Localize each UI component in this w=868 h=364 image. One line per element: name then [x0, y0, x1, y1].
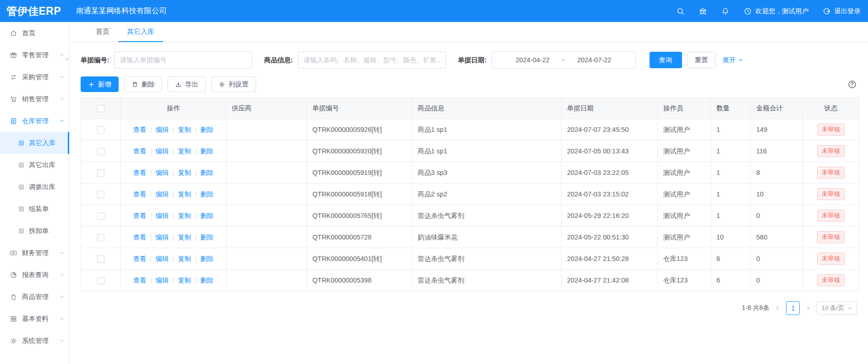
row-checkbox[interactable]: [97, 169, 104, 177]
sidebar-item-other-inbound[interactable]: 其它入库: [0, 132, 69, 154]
status-badge: 未审核: [817, 188, 845, 200]
table-row: 查看编辑复制删除 QTRK00000005765[转] 雷达杀虫气雾剂 2024…: [81, 205, 859, 227]
row-checkbox[interactable]: [97, 277, 104, 284]
data-table: 操作 供应商 单据编号 商品信息 单据日期 操作员 数量 金额合计 状态: [81, 98, 859, 291]
copy-link[interactable]: 复制: [169, 126, 191, 133]
sidebar-item-home[interactable]: 首页: [0, 22, 69, 44]
sidebar-item-purchase[interactable]: 采购管理: [0, 66, 69, 88]
reset-button[interactable]: 重置: [688, 52, 715, 68]
copy-link[interactable]: 复制: [169, 212, 191, 219]
row-checkbox[interactable]: [97, 234, 104, 241]
bank-icon[interactable]: [699, 7, 707, 16]
sidebar-item-disassembly[interactable]: 拆卸单: [0, 220, 69, 242]
add-label: 新增: [98, 80, 111, 89]
header-date: 单据日期: [562, 98, 658, 119]
add-button[interactable]: 新增: [81, 76, 119, 92]
delete-link[interactable]: 删除: [191, 147, 213, 155]
column-settings-button[interactable]: 列设置: [211, 76, 256, 92]
view-link[interactable]: 查看: [133, 277, 147, 284]
edit-link[interactable]: 编辑: [147, 277, 169, 284]
bell-icon[interactable]: [721, 7, 730, 16]
sidebar-item-retail[interactable]: 零售管理: [0, 44, 69, 66]
delete-button[interactable]: 删除: [124, 76, 162, 92]
logout-button[interactable]: 退出登录: [822, 7, 861, 16]
view-link[interactable]: 查看: [133, 126, 147, 133]
view-link[interactable]: 查看: [133, 234, 147, 241]
copy-link[interactable]: 复制: [169, 169, 191, 176]
view-link[interactable]: 查看: [133, 255, 147, 262]
cart-icon: [10, 95, 17, 103]
delete-link[interactable]: 删除: [191, 234, 213, 241]
filter-bar: 单据编号: 商品信息: 单据日期: 2024-04-22 ~ 2024-07-2…: [81, 51, 857, 69]
table-row: 查看编辑复制删除 QTRK00000005728 奶油味爆米花 2024-05-…: [81, 227, 859, 248]
cell-qty: 6: [711, 270, 751, 291]
document-icon: [10, 117, 17, 125]
cell-date: 2024-07-05 00:13:43: [562, 141, 658, 162]
delete-link[interactable]: 删除: [191, 169, 213, 176]
expand-link[interactable]: 展开: [723, 56, 743, 65]
tab-home[interactable]: 首页: [87, 22, 118, 42]
sidebar-item-transfer-outbound[interactable]: 调拨出库: [0, 176, 69, 198]
edit-link[interactable]: 编辑: [147, 147, 169, 155]
copy-link[interactable]: 复制: [169, 147, 191, 155]
product-info-input[interactable]: [298, 51, 446, 69]
edit-link[interactable]: 编辑: [147, 255, 169, 262]
sidebar-item-label: 报表查询: [22, 271, 49, 279]
edit-link[interactable]: 编辑: [147, 234, 169, 241]
delete-link[interactable]: 删除: [191, 255, 213, 262]
copy-link[interactable]: 复制: [169, 277, 191, 284]
cell-qty: 1: [711, 119, 751, 141]
delete-link[interactable]: 删除: [191, 212, 213, 219]
welcome-text: 欢迎您，测试用户: [755, 7, 808, 16]
select-all-checkbox[interactable]: [97, 105, 104, 112]
row-checkbox[interactable]: [97, 126, 104, 134]
doc-no-input[interactable]: [114, 51, 252, 69]
view-link[interactable]: 查看: [133, 169, 147, 176]
sidebar-item-system[interactable]: 系统管理: [0, 330, 69, 352]
edit-link[interactable]: 编辑: [147, 212, 169, 219]
page-size-select[interactable]: 10 条/页: [817, 301, 857, 315]
row-checkbox[interactable]: [97, 191, 104, 198]
edit-link[interactable]: 编辑: [147, 169, 169, 176]
row-checkbox[interactable]: [97, 255, 104, 263]
sidebar-item-products[interactable]: 商品管理: [0, 286, 69, 308]
cell-date: 2024-05-22 00:51:30: [562, 227, 658, 248]
table-header-row: 操作 供应商 单据编号 商品信息 单据日期 操作员 数量 金额合计 状态: [81, 98, 859, 119]
sidebar-item-label: 首页: [22, 29, 35, 38]
chevron-down-icon: [59, 74, 65, 80]
date-end[interactable]: 2024-07-22: [577, 56, 611, 64]
edit-link[interactable]: 编辑: [147, 126, 169, 133]
view-link[interactable]: 查看: [133, 147, 147, 155]
copy-link[interactable]: 复制: [169, 190, 191, 198]
edit-link[interactable]: 编辑: [147, 190, 169, 198]
expand-label: 展开: [723, 56, 736, 65]
copy-link[interactable]: 复制: [169, 234, 191, 241]
date-start[interactable]: 2024-04-22: [516, 56, 550, 64]
tab-other-inbound[interactable]: 其它入库: [118, 22, 163, 42]
delete-link[interactable]: 删除: [191, 277, 213, 284]
sidebar-item-warehouse[interactable]: 仓库管理: [0, 110, 69, 132]
copy-link[interactable]: 复制: [169, 255, 191, 262]
row-checkbox[interactable]: [97, 148, 104, 155]
sidebar-collapse-handle[interactable]: «: [66, 56, 69, 62]
help-icon[interactable]: [847, 80, 857, 89]
row-checkbox[interactable]: [97, 212, 104, 220]
cell-amount: 0: [751, 205, 803, 227]
view-link[interactable]: 查看: [133, 190, 147, 198]
page-number[interactable]: 1: [786, 301, 800, 315]
view-link[interactable]: 查看: [133, 212, 147, 219]
export-button[interactable]: 导出: [168, 76, 206, 92]
search-icon[interactable]: [676, 7, 685, 16]
next-page-icon[interactable]: [805, 305, 811, 311]
sidebar-item-reports[interactable]: 报表查询: [0, 264, 69, 286]
sidebar-item-sales[interactable]: 销售管理: [0, 88, 69, 110]
delete-link[interactable]: 删除: [191, 190, 213, 198]
sidebar-item-finance[interactable]: 财务管理: [0, 242, 69, 264]
delete-link[interactable]: 删除: [191, 126, 213, 133]
search-button[interactable]: 查询: [650, 52, 682, 68]
prev-page-icon[interactable]: [775, 305, 781, 311]
sidebar-item-other-outbound[interactable]: 其它出库: [0, 154, 69, 176]
date-range-input[interactable]: 2024-04-22 ~ 2024-07-22: [491, 51, 636, 69]
sidebar-item-assembly[interactable]: 组装单: [0, 198, 69, 220]
sidebar-item-basedata[interactable]: 基本资料: [0, 308, 69, 330]
